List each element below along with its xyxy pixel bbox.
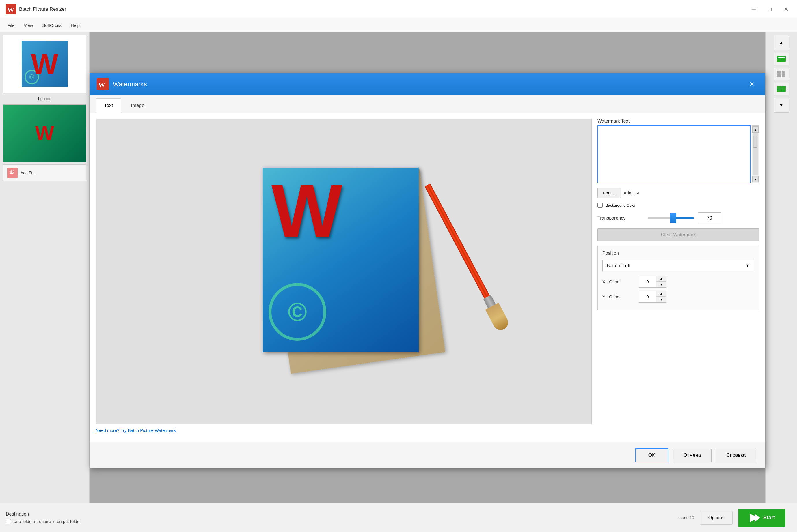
maximize-button[interactable]: □ — [765, 4, 775, 15]
x-offset-input[interactable]: 0 — [639, 276, 656, 287]
use-folder-label: Use folder structure in output folder — [13, 519, 81, 524]
sidebar-thumb-1[interactable]: W © — [3, 35, 86, 93]
cancel-button[interactable]: Отмена — [672, 449, 711, 462]
svg-text:W: W — [7, 6, 14, 14]
position-dropdown[interactable]: Bottom Left ▼ — [602, 260, 754, 271]
sidebar-thumb-2[interactable]: W — [3, 104, 86, 162]
app-window: W Batch Picture Resizer ─ □ ✕ File View … — [0, 0, 797, 532]
svg-rect-10 — [782, 71, 785, 74]
bottom-bar: Destination Use folder structure in outp… — [0, 503, 797, 532]
y-offset-spinner: 0 ▲ ▼ — [639, 290, 667, 303]
scroll-track[interactable] — [753, 133, 758, 175]
sidebar: W © bpp.ico W 🖼 Add Fi... — [0, 32, 90, 503]
font-button[interactable]: Font... — [597, 188, 621, 198]
scroll-down-arrow[interactable]: ▼ — [752, 176, 759, 182]
view-icon-1[interactable] — [774, 53, 789, 65]
view-icon-2[interactable] — [774, 68, 789, 80]
close-button[interactable]: ✕ — [781, 4, 791, 15]
watermark-text-label: Watermark Text — [597, 118, 759, 124]
menu-file[interactable]: File — [3, 20, 19, 30]
watermark-text-section: Watermark Text ▲ ▼ — [597, 118, 759, 183]
app-title: Batch Picture Resizer — [19, 6, 66, 12]
menu-help[interactable]: Help — [66, 20, 84, 30]
svg-rect-11 — [777, 74, 781, 77]
modal-overlay: W Watermarks ✕ Text Image — [90, 32, 765, 503]
title-bar-controls: ─ □ ✕ — [748, 4, 791, 15]
menu-view[interactable]: View — [19, 20, 38, 30]
logo-w-letter: W — [263, 168, 419, 254]
modal-icon: W — [97, 78, 109, 90]
start-button[interactable]: Start — [738, 509, 785, 527]
title-bar: W Batch Picture Resizer ─ □ ✕ — [0, 0, 797, 18]
x-offset-down-arrow[interactable]: ▼ — [656, 282, 666, 287]
modal-title-left: W Watermarks — [97, 78, 147, 90]
svg-rect-7 — [778, 57, 784, 58]
font-value: Arial, 14 — [624, 190, 640, 195]
thumbnail-bg: W © — [22, 41, 68, 87]
ok-button[interactable]: OK — [635, 448, 669, 462]
x-offset-up-arrow[interactable]: ▲ — [656, 276, 666, 282]
start-label: Start — [763, 515, 775, 521]
destination-label: Destination — [6, 512, 81, 517]
add-files-icon: 🖼 — [7, 168, 18, 178]
scroll-down-button[interactable]: ▼ — [774, 97, 789, 113]
scroll-thumb — [753, 136, 757, 148]
start-icon — [749, 513, 760, 523]
watermark-promo-link[interactable]: Need more? Try Batch Picture Watermark — [95, 424, 592, 436]
main-area: W Watermarks ✕ Text Image — [90, 32, 765, 503]
bg-color-row: Background Color — [597, 203, 759, 208]
bottom-right-content: count: 10 Options Start — [90, 509, 791, 527]
minimize-button[interactable]: ─ — [748, 4, 759, 15]
tab-text[interactable]: Text — [95, 98, 121, 113]
dropdown-chevron-icon: ▼ — [745, 263, 750, 268]
bg-color-checkbox[interactable] — [597, 203, 603, 208]
view-icon-3[interactable] — [774, 82, 789, 95]
modal-right-panel: Watermark Text ▲ ▼ — [597, 118, 759, 436]
transparency-row: Transparency 70 — [597, 212, 759, 224]
help-button[interactable]: Справка — [716, 449, 756, 462]
scroll-up-arrow[interactable]: ▲ — [752, 126, 759, 133]
y-offset-label: Y - Offset — [602, 294, 634, 299]
x-offset-label: X - Offset — [602, 279, 634, 284]
add-files-button[interactable]: 🖼 Add Fi... — [3, 165, 86, 181]
options-button[interactable]: Options — [700, 511, 732, 525]
slider-thumb[interactable] — [670, 213, 676, 223]
scroll-up-button[interactable]: ▲ — [774, 35, 789, 50]
position-title: Position — [602, 251, 754, 256]
preview-logo: W © — [246, 156, 442, 387]
logo-copyright-circle: © — [269, 283, 326, 341]
modal-titlebar: W Watermarks ✕ — [90, 73, 765, 95]
tab-image[interactable]: Image — [123, 98, 153, 113]
transparency-slider[interactable] — [648, 217, 694, 219]
watermarks-dialog: W Watermarks ✕ Text Image — [90, 73, 765, 468]
textarea-row: ▲ ▼ — [597, 126, 759, 183]
y-offset-up-arrow[interactable]: ▲ — [656, 291, 666, 297]
y-offset-row: Y - Offset 0 ▲ ▼ — [602, 290, 754, 303]
use-folder-checkbox[interactable] — [6, 519, 11, 524]
menu-softorbits[interactable]: SoftOrbits — [38, 20, 66, 30]
menu-bar: File View SoftOrbits Help — [0, 18, 797, 32]
x-offset-row: X - Offset 0 ▲ ▼ — [602, 276, 754, 288]
svg-text:🖼: 🖼 — [10, 170, 14, 174]
modal-close-button[interactable]: ✕ — [745, 78, 758, 91]
y-offset-down-arrow[interactable]: ▼ — [656, 297, 666, 302]
font-row: Font... Arial, 14 — [597, 188, 759, 198]
watermark-text-input[interactable] — [597, 126, 750, 183]
x-offset-spinner: 0 ▲ ▼ — [639, 276, 667, 288]
thumbnail-w2: W — [35, 122, 54, 145]
modal-tabs: Text Image — [90, 95, 765, 113]
use-folder-row: Use folder structure in output folder — [6, 519, 81, 524]
logo-paper-front: W © — [263, 168, 419, 352]
transparency-value-input[interactable]: 70 — [698, 212, 721, 224]
preview-area: W © — [95, 118, 592, 436]
app-icon: W — [6, 4, 16, 15]
y-offset-input[interactable]: 0 — [639, 291, 656, 302]
preview-image-box: W © — [95, 118, 592, 424]
position-section: Position Bottom Left ▼ X - Offset 0 — [597, 246, 759, 310]
title-bar-left: W Batch Picture Resizer — [6, 4, 66, 15]
clear-watermark-button[interactable]: Clear Watermark — [597, 228, 759, 241]
svg-rect-12 — [782, 74, 785, 77]
modal-title-text: Watermarks — [113, 80, 147, 88]
right-panel: ▲ — [765, 32, 797, 503]
scrollbar: ▲ ▼ — [751, 126, 759, 183]
